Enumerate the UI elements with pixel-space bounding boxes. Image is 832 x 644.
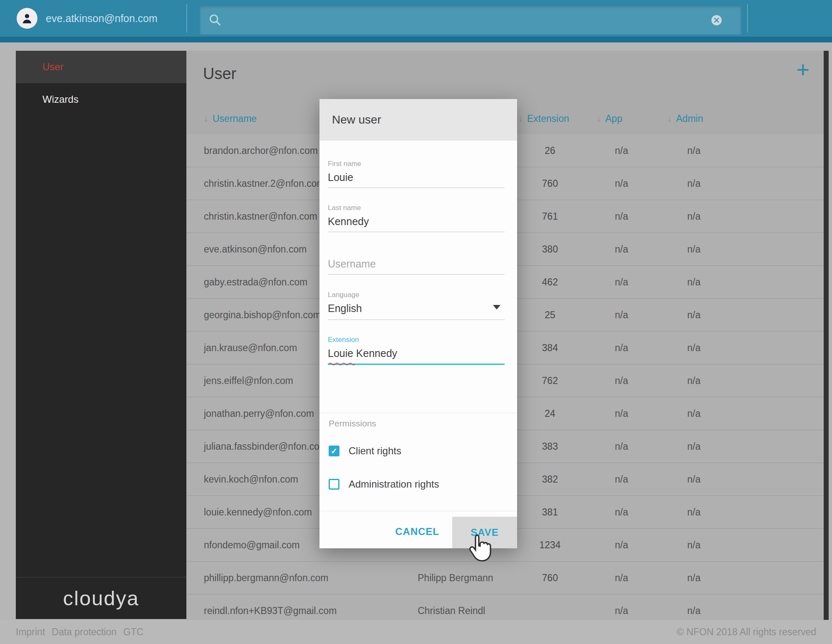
cell-admin: n/a xyxy=(665,332,723,364)
language-label: Language xyxy=(328,291,505,299)
sidebar: User Wizards cloudya xyxy=(16,51,186,619)
scrollbar[interactable] xyxy=(824,51,829,620)
last-name-input[interactable] xyxy=(328,212,505,232)
language-field: Language English xyxy=(328,291,505,320)
cell-app: n/a xyxy=(592,529,651,561)
sort-extension[interactable]: ↓ Extension xyxy=(518,111,569,126)
sort-username[interactable]: ↓ Username xyxy=(204,111,257,126)
cell-app: n/a xyxy=(592,299,651,331)
imprint-link[interactable]: Imprint xyxy=(16,627,45,638)
cell-username: reindl.nfon+KB93T@gmail.com xyxy=(204,594,420,620)
cell-admin: n/a xyxy=(665,167,723,200)
cell-admin: n/a xyxy=(665,430,723,463)
cell-app: n/a xyxy=(592,430,651,463)
client-rights-option[interactable]: Client rights xyxy=(329,445,401,457)
cancel-button[interactable]: CANCEL xyxy=(382,521,453,542)
sort-admin[interactable]: ↓ Admin xyxy=(667,111,703,126)
avatar xyxy=(17,8,37,29)
cell-extension: 25 xyxy=(517,299,583,331)
search-icon xyxy=(208,13,222,27)
top-bar: eve.atkinson@nfon.com xyxy=(0,0,832,37)
sort-arrow-icon: ↓ xyxy=(518,113,523,124)
sidebar-item-wizards[interactable]: Wizards xyxy=(16,83,186,116)
cell-app: n/a xyxy=(592,496,651,528)
extension-label: Extension xyxy=(328,336,505,344)
table-row[interactable]: reindl.nfon+KB93T@gmail.comChristian Rei… xyxy=(186,594,824,620)
cell-admin: n/a xyxy=(665,364,723,397)
cell-app: n/a xyxy=(592,134,651,167)
search-input[interactable] xyxy=(229,13,711,27)
cell-extension: 760 xyxy=(517,167,583,200)
sidebar-item-user[interactable]: User xyxy=(16,51,186,83)
person-icon xyxy=(20,11,34,25)
first-name-label: First name xyxy=(328,160,505,168)
cell-admin: n/a xyxy=(665,134,723,167)
administration-rights-label: Administration rights xyxy=(349,478,439,490)
save-button[interactable]: SAVE xyxy=(452,517,517,548)
clear-search-icon[interactable] xyxy=(711,15,722,26)
cell-extension: 761 xyxy=(517,200,583,233)
cell-name: Philipp Bergmann xyxy=(418,562,515,594)
cell-app: n/a xyxy=(592,266,651,298)
cell-admin: n/a xyxy=(665,233,723,265)
administration-rights-checkbox[interactable] xyxy=(329,479,339,490)
user-email: eve.atkinson@nfon.com xyxy=(46,12,158,25)
first-name-input[interactable] xyxy=(328,168,505,188)
cell-admin: n/a xyxy=(665,529,723,561)
new-user-dialog: New user First name Last name Language E… xyxy=(319,99,517,548)
dialog-title: New user xyxy=(319,99,517,141)
header-divider xyxy=(186,4,187,32)
cell-name: Christian Reindl xyxy=(418,594,515,620)
extension-input[interactable] xyxy=(328,344,505,365)
copyright: © NFON 2018 All rights reserved xyxy=(677,627,816,638)
extension-field: Extension xyxy=(328,336,505,365)
column-label-extension: Extension xyxy=(527,113,569,124)
cell-admin: n/a xyxy=(665,562,723,594)
client-rights-checkbox[interactable] xyxy=(329,446,339,456)
cell-extension: 1234 xyxy=(517,529,583,561)
column-label-app: App xyxy=(605,113,622,124)
cell-app: n/a xyxy=(592,167,651,200)
footer-links: Imprint Data protection GTC xyxy=(16,627,144,638)
cell-app: n/a xyxy=(592,332,651,364)
header-edge xyxy=(0,37,832,42)
cell-extension: 383 xyxy=(517,430,583,463)
footer: Imprint Data protection GTC © NFON 2018 … xyxy=(0,620,832,644)
username-input[interactable] xyxy=(328,254,505,275)
last-name-label: Last name xyxy=(328,204,505,212)
data-protection-link[interactable]: Data protection xyxy=(52,627,116,638)
divider xyxy=(319,511,517,511)
username-field xyxy=(328,254,505,275)
chevron-down-icon xyxy=(493,305,500,310)
profile-button[interactable]: eve.atkinson@nfon.com xyxy=(17,6,158,31)
administration-rights-option[interactable]: Administration rights xyxy=(329,478,439,490)
cell-app: n/a xyxy=(592,364,651,397)
sort-arrow-icon: ↓ xyxy=(597,113,601,124)
header-divider xyxy=(747,4,748,32)
sort-app[interactable]: ↓ App xyxy=(597,111,622,126)
cloudya-logo: cloudya xyxy=(16,577,186,619)
divider xyxy=(319,413,517,413)
cell-extension: 760 xyxy=(517,562,583,594)
table-row[interactable]: phillipp.bergmann@nfon.comPhilipp Bergma… xyxy=(186,562,824,594)
cell-extension: 384 xyxy=(517,332,583,364)
sort-arrow-icon: ↓ xyxy=(667,113,672,124)
cell-admin: n/a xyxy=(665,496,723,528)
language-select[interactable]: English xyxy=(328,299,505,320)
cell-admin: n/a xyxy=(665,200,723,233)
cell-extension: 380 xyxy=(517,233,583,265)
cell-extension: 24 xyxy=(517,397,583,430)
app-window: eve.atkinson@nfon.com User Wizards cloud… xyxy=(0,0,832,644)
cell-app: n/a xyxy=(592,463,651,495)
cell-app: n/a xyxy=(592,397,651,430)
first-name-field: First name xyxy=(328,160,505,188)
cell-extension: 462 xyxy=(517,266,583,298)
cell-admin: n/a xyxy=(665,266,723,298)
add-user-button[interactable]: + xyxy=(796,58,810,81)
gtc-link[interactable]: GTC xyxy=(123,627,144,638)
cell-admin: n/a xyxy=(665,299,723,331)
sort-arrow-icon: ↓ xyxy=(204,113,208,124)
cell-admin: n/a xyxy=(665,397,723,430)
permissions-label: Permissions xyxy=(329,419,376,429)
search-bar xyxy=(200,5,741,35)
